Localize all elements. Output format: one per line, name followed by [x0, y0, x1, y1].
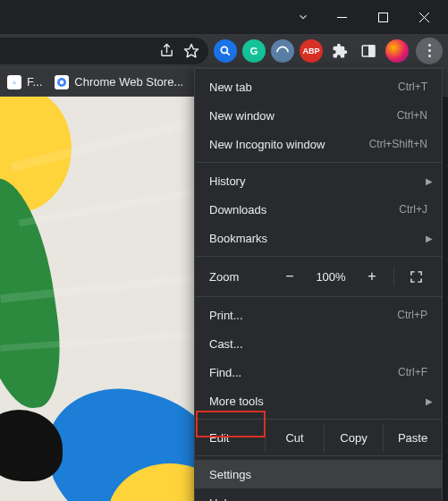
bookmark-favicon: ◦ [7, 75, 21, 89]
menu-accelerator: Ctrl+P [397, 309, 427, 321]
menu-separator [195, 256, 442, 257]
divider [393, 267, 394, 286]
chrome-menu-button[interactable] [416, 38, 443, 64]
menu-accelerator: Ctrl+F [398, 366, 427, 378]
edit-paste-button[interactable]: Paste [383, 423, 442, 452]
svg-rect-1 [378, 13, 387, 21]
submenu-arrow-icon: ▶ [426, 234, 433, 243]
bookmark-item[interactable]: ◦ F... [7, 75, 42, 89]
menu-label: New Incognito window [209, 138, 325, 151]
chrome-menu: New tab Ctrl+T New window Ctrl+N New Inc… [194, 68, 443, 501]
menu-find[interactable]: Find... Ctrl+F [195, 358, 442, 386]
extension-grammarly-icon[interactable]: G [242, 39, 266, 63]
zoom-label: Zoom [209, 270, 272, 284]
menu-cast[interactable]: Cast... [195, 329, 442, 358]
menu-zoom-row: Zoom − 100% + [195, 260, 442, 293]
svg-point-6 [221, 47, 227, 53]
menu-bookmarks[interactable]: Bookmarks ▶ [195, 224, 442, 252]
menu-label: Find... [209, 366, 241, 379]
zoom-in-button[interactable]: + [354, 268, 390, 284]
menu-separator [195, 455, 442, 456]
svg-rect-9 [369, 46, 375, 56]
zoom-out-button[interactable]: − [272, 268, 308, 284]
menu-new-tab[interactable]: New tab Ctrl+T [195, 72, 442, 101]
menu-label: Help [209, 497, 233, 502]
omnibox[interactable] [0, 38, 208, 64]
menu-settings[interactable]: Settings [195, 460, 442, 488]
menu-new-window[interactable]: New window Ctrl+N [195, 101, 442, 130]
menu-accelerator: Ctrl+N [397, 109, 427, 122]
side-panel-button[interactable] [357, 39, 380, 63]
edit-copy-button[interactable]: Copy [324, 423, 383, 452]
menu-accelerator: Ctrl+J [399, 203, 427, 216]
menu-label: Downloads [209, 203, 266, 217]
maximize-button[interactable] [362, 4, 403, 30]
zoom-value: 100% [308, 270, 354, 284]
submenu-arrow-icon: ▶ [426, 396, 433, 406]
extension-abp-icon[interactable]: ABP [300, 39, 323, 63]
menu-label: History [209, 174, 245, 188]
menu-accelerator: Ctrl+T [398, 81, 427, 93]
submenu-arrow-icon: ▶ [426, 176, 433, 186]
fullscreen-button[interactable] [398, 270, 434, 284]
menu-help[interactable]: Help ▶ [195, 488, 442, 501]
menu-label: Cast... [209, 337, 243, 351]
bookmark-item[interactable]: Chrome Web Store... [55, 75, 183, 89]
menu-separator [195, 162, 442, 163]
bookmark-label: F... [27, 75, 42, 89]
svg-line-7 [226, 52, 229, 55]
menu-print[interactable]: Print... Ctrl+P [195, 301, 442, 329]
menu-new-incognito[interactable]: New Incognito window Ctrl+Shift+N [195, 130, 442, 158]
browser-toolbar: G ABP [0, 34, 448, 68]
extensions-button[interactable] [328, 39, 351, 63]
extension-vpn-icon[interactable] [271, 39, 294, 63]
menu-label: Bookmarks [209, 232, 267, 245]
bookmark-star-icon[interactable] [183, 43, 199, 59]
menu-label: More tools [209, 395, 264, 408]
window-titlebar [0, 0, 448, 34]
menu-edit-row: Edit Cut Copy Paste [195, 423, 442, 452]
menu-label: New tab [209, 81, 252, 94]
menu-more-tools[interactable]: More tools ▶ [195, 386, 442, 415]
edit-label: Edit [195, 431, 265, 445]
menu-separator [195, 296, 442, 297]
close-button[interactable] [403, 4, 444, 30]
extension-search-icon[interactable] [214, 39, 237, 63]
share-icon[interactable] [159, 43, 174, 58]
menu-label: Print... [209, 309, 243, 322]
menu-label: Settings [209, 468, 251, 481]
minimize-button[interactable] [321, 4, 362, 30]
bookmark-favicon [55, 75, 69, 89]
menu-accelerator: Ctrl+Shift+N [369, 138, 427, 150]
edit-cut-button[interactable]: Cut [265, 423, 324, 452]
menu-history[interactable]: History ▶ [195, 166, 442, 195]
svg-marker-5 [185, 44, 199, 56]
menu-label: New window [209, 109, 275, 123]
submenu-arrow-icon: ▶ [426, 498, 433, 502]
svg-point-11 [60, 80, 64, 84]
page-content [0, 97, 195, 501]
bookmark-label: Chrome Web Store... [74, 75, 183, 89]
menu-separator [195, 419, 442, 420]
menu-downloads[interactable]: Downloads Ctrl+J [195, 195, 442, 224]
profile-avatar[interactable] [385, 39, 409, 63]
tab-search-button[interactable] [285, 4, 321, 30]
